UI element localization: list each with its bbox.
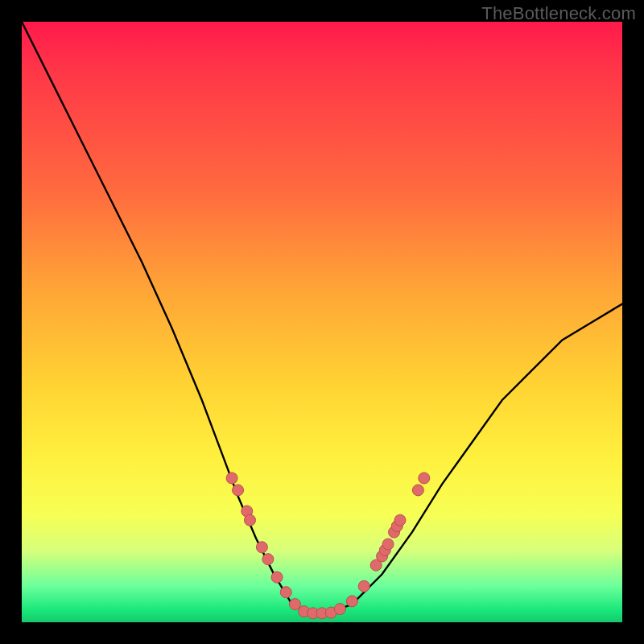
curve-marker	[419, 473, 430, 484]
curve-marker	[412, 485, 423, 496]
bottleneck-curve-svg	[22, 22, 622, 622]
marker-group	[226, 473, 430, 619]
bottleneck-curve	[22, 22, 622, 613]
plot-area	[22, 22, 622, 622]
chart-frame: TheBottleneck.com	[0, 0, 644, 644]
curve-marker	[358, 580, 369, 592]
curve-marker	[346, 596, 357, 607]
curve-marker	[382, 539, 394, 550]
curve-marker	[256, 542, 267, 553]
curve-marker	[271, 572, 283, 583]
curve-marker	[233, 485, 244, 496]
curve-marker	[244, 514, 255, 526]
curve-marker	[262, 554, 274, 565]
curve-marker	[394, 514, 406, 526]
curve-marker	[226, 473, 237, 484]
watermark-text: TheBottleneck.com	[481, 3, 636, 24]
curve-marker	[280, 587, 291, 598]
curve-marker	[334, 604, 345, 615]
